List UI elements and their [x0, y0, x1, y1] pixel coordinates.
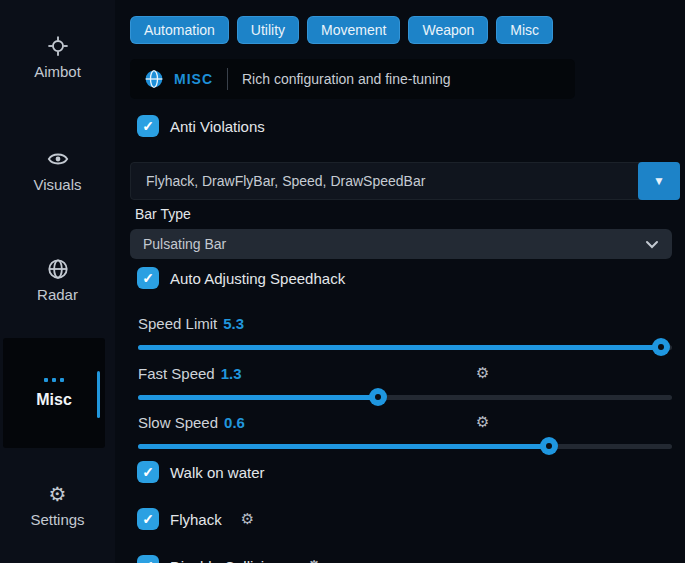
section-title: MISC — [174, 71, 213, 87]
checkbox-row-disable-collisions[interactable]: ✓ Disable Collisions ⚙ — [137, 555, 680, 563]
gear-icon[interactable]: ⚙ — [241, 510, 254, 528]
chevron-down-icon — [645, 240, 659, 249]
slider-fill — [138, 345, 661, 350]
checkbox-checked[interactable]: ✓ — [137, 508, 159, 530]
check-icon: ✓ — [142, 511, 154, 527]
checkbox-checked[interactable]: ✓ — [137, 267, 159, 289]
tab-weapon[interactable]: Weapon — [408, 16, 488, 44]
slider-label-slow-speed: Slow Speed 0.6 ⚙ — [138, 413, 680, 431]
slider-name: Speed Limit — [138, 315, 217, 332]
checkbox-label: Disable Collisions — [170, 558, 288, 563]
slider-value: 0.6 — [224, 414, 245, 431]
sidebar: Aimbot Visuals Radar Mi — [0, 0, 115, 563]
section-subtitle: Rich configuration and fine-tuning — [242, 71, 451, 87]
fast-speed-slider[interactable] — [138, 388, 672, 406]
checkbox-row-auto-adjusting-speedhack[interactable]: ✓ Auto Adjusting Speedhack — [137, 267, 680, 289]
bar-multiselect[interactable]: Flyhack, DrawFlyBar, Speed, DrawSpeedBar… — [130, 162, 680, 200]
bar-type-select[interactable]: Pulsating Bar — [130, 229, 672, 259]
slider-value: 5.3 — [223, 315, 244, 332]
sidebar-item-label: Radar — [37, 286, 78, 303]
globe-icon — [144, 69, 164, 89]
bar-type-label: Bar Type — [135, 206, 680, 222]
slider-label-speed-limit: Speed Limit 5.3 — [138, 314, 680, 332]
tab-automation[interactable]: Automation — [130, 16, 229, 44]
checkbox-label: Auto Adjusting Speedhack — [170, 270, 345, 287]
sidebar-item-label: Aimbot — [34, 63, 81, 80]
slider-label-fast-speed: Fast Speed 1.3 ⚙ — [138, 364, 680, 382]
checkbox-checked[interactable]: ✓ — [137, 461, 159, 483]
globe-icon — [46, 257, 70, 281]
slider-fill — [138, 444, 549, 449]
check-icon: ✓ — [142, 118, 154, 134]
slider-thumb[interactable] — [540, 437, 558, 455]
checkbox-row-flyhack[interactable]: ✓ Flyhack ⚙ — [137, 508, 680, 530]
divider — [227, 68, 228, 90]
slider-name: Fast Speed — [138, 365, 215, 382]
tab-movement[interactable]: Movement — [307, 16, 400, 44]
slider-fill — [138, 395, 378, 400]
tab-misc[interactable]: Misc — [496, 16, 553, 44]
slider-thumb[interactable] — [369, 388, 387, 406]
sidebar-item-label: Misc — [36, 391, 72, 409]
tab-utility[interactable]: Utility — [237, 16, 299, 44]
gear-icon[interactable]: ⚙ — [476, 364, 489, 382]
dropdown-arrow-icon: ▼ — [653, 174, 665, 188]
crosshair-icon — [46, 34, 70, 58]
sidebar-item-label: Settings — [30, 511, 84, 528]
main-content: Automation Utility Movement Weapon Misc … — [115, 0, 685, 563]
sidebar-item-label: Visuals — [33, 176, 81, 193]
checkbox-label: Walk on water — [170, 464, 264, 481]
active-indicator — [97, 371, 100, 418]
multiselect-dropdown-button[interactable]: ▼ — [638, 162, 680, 200]
slider-track[interactable] — [138, 395, 672, 400]
slider-track[interactable] — [138, 444, 672, 449]
gear-icon: ⚙ — [46, 482, 70, 506]
slider-name: Slow Speed — [138, 414, 218, 431]
check-icon: ✓ — [142, 558, 154, 563]
slider-value: 1.3 — [221, 365, 242, 382]
sidebar-item-visuals[interactable]: Visuals — [0, 147, 115, 193]
speed-limit-slider[interactable] — [138, 338, 672, 356]
checkbox-row-walk-on-water[interactable]: ✓ Walk on water — [137, 461, 680, 483]
select-value: Pulsating Bar — [143, 236, 226, 252]
eye-icon — [46, 147, 70, 171]
check-icon: ✓ — [142, 270, 154, 286]
sidebar-item-settings[interactable]: ⚙ Settings — [0, 482, 115, 528]
slider-track[interactable] — [138, 345, 672, 350]
category-tabs: Automation Utility Movement Weapon Misc — [130, 16, 680, 44]
gear-icon[interactable]: ⚙ — [476, 413, 489, 431]
app-window: Aimbot Visuals Radar Mi — [0, 0, 685, 563]
checkbox-checked[interactable]: ✓ — [137, 115, 159, 137]
slider-thumb[interactable] — [652, 338, 670, 356]
checkbox-label: Anti Violations — [170, 118, 265, 135]
checkbox-label: Flyhack — [170, 511, 222, 528]
sidebar-item-aimbot[interactable]: Aimbot — [0, 34, 115, 80]
slow-speed-slider[interactable] — [138, 437, 672, 455]
gear-icon[interactable]: ⚙ — [307, 557, 320, 563]
sidebar-item-misc[interactable]: Misc — [3, 338, 105, 448]
check-icon: ✓ — [142, 464, 154, 480]
checkbox-row-anti-violations[interactable]: ✓ Anti Violations — [137, 115, 680, 137]
checkbox-checked[interactable]: ✓ — [137, 555, 159, 563]
section-header: MISC Rich configuration and fine-tuning — [130, 59, 575, 99]
multiselect-value: Flyhack, DrawFlyBar, Speed, DrawSpeedBar — [131, 163, 679, 199]
sidebar-item-radar[interactable]: Radar — [0, 257, 115, 303]
dots-icon — [44, 378, 64, 382]
